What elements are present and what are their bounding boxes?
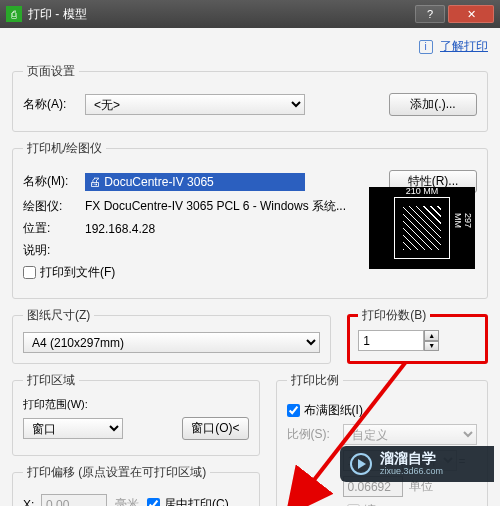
paper-size-group: 图纸尺寸(Z) A4 (210x297mm) xyxy=(12,307,331,364)
plotter-label: 绘图仪: xyxy=(23,198,85,215)
watermark-title: 溜溜自学 xyxy=(380,451,443,466)
window-button[interactable]: 窗口(O)< xyxy=(182,417,248,440)
printer-icon: 🖨 xyxy=(89,175,101,189)
offset-group: 打印偏移 (原点设置在可打印区域) X: 毫米 居中打印(C) Y: 毫米 xyxy=(12,464,260,506)
offset-legend: 打印偏移 (原点设置在可打印区域) xyxy=(23,464,210,481)
center-label: 居中打印(C) xyxy=(164,496,229,506)
x-unit: 毫米 xyxy=(115,496,139,506)
close-button[interactable]: ✕ xyxy=(448,5,494,23)
copies-input[interactable] xyxy=(358,330,424,351)
page-setup-legend: 页面设置 xyxy=(23,63,79,80)
print-area-legend: 打印区域 xyxy=(23,372,79,389)
preview-width: 210 MM xyxy=(395,186,449,196)
window-title: 打印 - 模型 xyxy=(28,6,412,23)
x-input xyxy=(41,494,107,506)
printer-legend: 打印机/绘图仪 xyxy=(23,140,106,157)
scale-legend: 打印比例 xyxy=(287,372,343,389)
copies-down[interactable]: ▼ xyxy=(424,341,439,352)
add-button[interactable]: 添加(.)... xyxy=(389,93,477,116)
page-setup-group: 页面设置 名称(A): <无> 添加(.)... xyxy=(12,63,488,132)
paper-size-select[interactable]: A4 (210x297mm) xyxy=(23,332,320,353)
center-checkbox[interactable] xyxy=(147,498,160,506)
range-label: 打印范围(W): xyxy=(23,397,249,412)
pagesetup-name-label: 名称(A): xyxy=(23,96,85,113)
print-to-file-checkbox[interactable] xyxy=(23,266,36,279)
ratio-label: 比例(S): xyxy=(287,426,343,443)
lw-label: 缩 xyxy=(364,502,376,506)
print-to-file-label: 打印到文件(F) xyxy=(40,264,115,281)
watermark-overlay: 溜溜自学 zixue.3d66.com xyxy=(340,446,494,482)
pagesetup-name-select[interactable]: <无> xyxy=(85,94,305,115)
range-select[interactable]: 窗口 xyxy=(23,418,123,439)
printer-name-select[interactable]: 🖨 DocuCentre-IV 3065 xyxy=(85,173,305,191)
copies-group: 打印份数(B) ▲ ▼ xyxy=(347,307,488,364)
preview-height: 297 MM xyxy=(453,213,473,243)
info-icon: i xyxy=(419,40,433,54)
location-value: 192.168.4.28 xyxy=(85,222,155,236)
x-label: X: xyxy=(23,498,41,507)
fit-checkbox[interactable] xyxy=(287,404,300,417)
scale-group: 打印比例 布满图纸(I) 比例(S): 自定义 毫米 = 单位 缩 xyxy=(276,372,488,506)
print-area-group: 打印区域 打印范围(W): 窗口 窗口(O)< xyxy=(12,372,260,456)
printer-group: 打印机/绘图仪 名称(M): 🖨 DocuCentre-IV 3065 特性(R… xyxy=(12,140,488,299)
fit-label: 布满图纸(I) xyxy=(304,402,363,419)
printer-name-label: 名称(M): xyxy=(23,173,85,190)
paper-preview: 210 MM 297 MM xyxy=(369,187,475,269)
paper-size-legend: 图纸尺寸(Z) xyxy=(23,307,94,324)
copies-legend: 打印份数(B) xyxy=(358,307,430,324)
plotter-value: FX DocuCentre-IV 3065 PCL 6 - Windows 系统… xyxy=(85,198,346,215)
ratio-select: 自定义 xyxy=(343,424,477,445)
desc-label: 说明: xyxy=(23,242,85,259)
help-link[interactable]: 了解打印 xyxy=(440,39,488,53)
copies-up[interactable]: ▲ xyxy=(424,330,439,341)
location-label: 位置: xyxy=(23,220,85,237)
app-icon: ⎙ xyxy=(6,6,22,22)
play-icon xyxy=(350,453,372,475)
help-button[interactable]: ? xyxy=(415,5,445,23)
watermark-url: zixue.3d66.com xyxy=(380,467,443,477)
